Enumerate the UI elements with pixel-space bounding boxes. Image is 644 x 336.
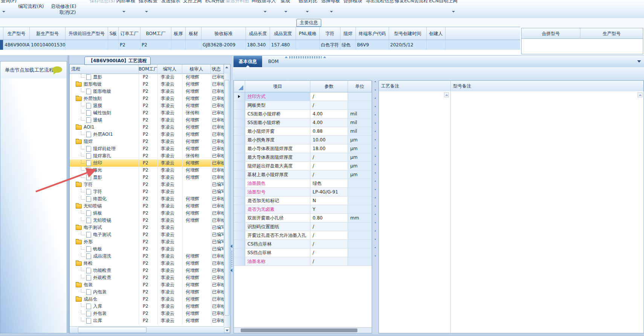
- param-value-cell[interactable]: N: [310, 196, 348, 205]
- grid-column-header[interactable]: 板材: [186, 27, 201, 40]
- param-row[interactable]: 网板类型 /: [234, 101, 372, 110]
- toolbar-button[interactable]: 集成: [281, 0, 290, 4]
- param-name-cell[interactable]: 最小导体表面阻焊厚度: [245, 144, 310, 153]
- param-value-cell[interactable]: /: [310, 153, 348, 161]
- row-indicator-header[interactable]: [234, 81, 245, 92]
- tree-row[interactable]: 无铅喷锡 P2 李凌云 何增辉 已审核: [70, 217, 224, 224]
- grid-cell[interactable]: [171, 40, 186, 50]
- grid-cell[interactable]: 绿色: [340, 40, 356, 50]
- collapse-left-icon[interactable]: [230, 244, 232, 248]
- dropdown-arrow-icon[interactable]: [2, 11, 5, 12]
- splitter-handle[interactable]: [231, 251, 232, 267]
- toolbar-button[interactable]: 保存信息(S): [90, 0, 115, 4]
- grid-column-header[interactable]: 升级前旧生产型号: [66, 27, 108, 40]
- toolbar-button[interactable]: 取消(Z): [60, 9, 76, 16]
- param-name-cell[interactable]: SS面最小阻焊桥: [245, 118, 310, 127]
- grid-column-header[interactable]: 字符: [320, 27, 340, 40]
- grid-column-header[interactable]: 阻焊: [340, 27, 356, 40]
- dropdown-arrow-icon[interactable]: [145, 11, 148, 12]
- tree-row[interactable]: 电子测试 P2 李凌云 已编写: [70, 224, 224, 231]
- grid-column-header[interactable]: BOM工厂: [140, 27, 171, 40]
- param-row[interactable]: 识别码位置图纸 /: [234, 222, 372, 231]
- toolbar-button[interactable]: 编写流程(R): [18, 3, 44, 10]
- tree-row[interactable]: 烘板 P2 李凌云 何增辉 已审核: [70, 210, 224, 217]
- toolbar-button[interactable]: 修复ECN丢流程: [395, 0, 428, 4]
- grid-cell[interactable]: P2: [119, 40, 140, 50]
- param-row[interactable]: CS挡点菲林 /: [234, 240, 372, 249]
- param-row[interactable]: 油墨型号 LP-4G/G-91: [234, 188, 372, 196]
- toolbar-button[interactable]: 指示检查: [139, 0, 157, 4]
- param-value-cell[interactable]: /: [310, 162, 348, 170]
- tree-row[interactable]: 外观检查 P2 李凌云 何增辉 已审核: [70, 274, 224, 281]
- param-value-cell[interactable]: /: [310, 170, 348, 179]
- tree-row[interactable]: 外层AOI1 P2 李凌云 何增辉 已审核: [70, 131, 224, 138]
- params-column-header[interactable]: 参数: [310, 81, 348, 92]
- param-value-cell[interactable]: 10.00: [310, 136, 348, 144]
- grid-column-header[interactable]: 终端客户代码: [356, 27, 389, 40]
- tree-row[interactable]: 显影 P2 李凌云 何增辉 已审核: [70, 174, 224, 181]
- tree-row[interactable]: 显影 P2 李凌云 何增辉 已审核: [70, 74, 224, 81]
- param-name-cell[interactable]: 最小阻焊开窗: [245, 127, 310, 135]
- toolbar-button[interactable]: 内部审核: [116, 0, 135, 4]
- tree-row[interactable]: AOI1 P2 李凌云 何增辉 已审核: [70, 124, 224, 131]
- grid-column-header[interactable]: 验收标准: [201, 27, 246, 40]
- panel-dropdown-icon[interactable]: [637, 60, 641, 63]
- param-value-cell[interactable]: 4.00: [310, 118, 348, 127]
- grid-column-header[interactable]: 型号创建时间: [389, 27, 427, 40]
- tree-row[interactable]: 图形电镀 P2 李凌云 何增辉 已审核: [70, 81, 224, 88]
- scrollbar-thumb[interactable]: [241, 328, 357, 332]
- model-grid-row[interactable]: 4B6V900IA0 10010400153083 P2 P2 GJB362B-…: [0, 40, 520, 50]
- param-name-cell[interactable]: 是否为无卤素: [245, 205, 310, 213]
- param-row[interactable]: CS面最小阻焊桥 4.00 mil: [234, 110, 372, 118]
- tree-row[interactable]: 阻焊前处理 P2 李凌云 何增辉 已审核: [70, 145, 224, 152]
- splitter-dots-icon[interactable]: [289, 56, 322, 58]
- param-name-cell[interactable]: 是否加无铅标记: [245, 196, 310, 205]
- grid-cell[interactable]: 10010400153083: [30, 40, 66, 50]
- grid-column-header[interactable]: 生产型号: [3, 27, 30, 40]
- tree-row[interactable]: 成品清洗 P2 李凌云 何增辉 已审核: [70, 253, 224, 260]
- param-name-cell[interactable]: 油墨名称: [245, 257, 310, 265]
- param-value-cell[interactable]: /: [310, 231, 348, 239]
- param-name-cell[interactable]: 网板类型: [245, 101, 310, 109]
- param-value-cell[interactable]: /: [310, 222, 348, 231]
- toolbar-button[interactable]: 合拼模块: [343, 0, 362, 4]
- remark-column-header[interactable]: 工艺备注: [379, 81, 451, 91]
- grid-cell[interactable]: 180.340: [246, 40, 270, 50]
- toolbar-button[interactable]: 选择母板: [321, 0, 340, 4]
- process-flow-title-tab[interactable]: 【4B6V900IA0】工艺流程: [84, 57, 151, 65]
- tree-row[interactable]: 字符 P2 李凌云 已编写: [70, 181, 224, 188]
- tree-row[interactable]: 外层蚀刻 P2 李凌云 何增辉 已审核: [70, 95, 224, 102]
- param-name-cell[interactable]: SS挡点菲林: [245, 249, 310, 257]
- tree-row[interactable]: 终检 P2 李凌云 何增辉 已审核: [70, 260, 224, 267]
- param-value-cell[interactable]: 0.80: [310, 214, 348, 222]
- grid-column-header[interactable]: 成品长度: [246, 27, 270, 40]
- grid-column-header[interactable]: 合拼型号: [522, 28, 580, 39]
- grid-column-header[interactable]: S板: [108, 27, 119, 40]
- grid-column-header[interactable]: [0, 27, 3, 40]
- toolbar-button[interactable]: ECN升级: [205, 0, 224, 4]
- dropdown-arrow-icon[interactable]: [284, 11, 287, 12]
- grid-column-header[interactable]: 成品宽度: [270, 27, 296, 40]
- tree-horizontal-scrollbar[interactable]: [70, 326, 224, 333]
- grid-cell[interactable]: 4B6V900IA0: [3, 40, 30, 50]
- tree-row[interactable]: 字符 P2 李凌云 已编写: [70, 188, 224, 195]
- param-row[interactable]: 是否加无铅标记 N: [234, 196, 372, 205]
- param-name-cell[interactable]: 丝印方式: [245, 92, 310, 101]
- param-value-cell[interactable]: 0.88: [310, 127, 348, 135]
- param-name-cell[interactable]: 最大导体表面阻焊厚度: [245, 153, 310, 161]
- tab-bom[interactable]: BOM: [264, 56, 283, 67]
- grid-cell[interactable]: [108, 40, 119, 50]
- toolbar-button[interactable]: 数据对比: [299, 0, 317, 4]
- grid-cell[interactable]: B6V9: [356, 40, 389, 50]
- param-value-cell[interactable]: 绿色: [310, 179, 348, 187]
- tree-row[interactable]: 铣板 P2 李凌云 已编写: [70, 245, 224, 253]
- scroll-up-button[interactable]: [224, 64, 230, 74]
- param-value-cell[interactable]: LP-4G/G-91: [310, 188, 348, 196]
- tree-row[interactable]: 图形电镀 P2 李凌云 何增辉 已审核: [70, 88, 224, 95]
- dropdown-arrow-icon[interactable]: [264, 11, 267, 12]
- tree-row[interactable]: 终固化 P2 李凌云 何增辉 已审核: [70, 195, 224, 203]
- tree-row[interactable]: 内包装 P2 李凌云 何增辉 已审核: [70, 288, 224, 296]
- grid-cell[interactable]: [0, 40, 3, 50]
- grid-cell[interactable]: [296, 40, 320, 50]
- param-row[interactable]: 油墨名称 /: [234, 257, 372, 266]
